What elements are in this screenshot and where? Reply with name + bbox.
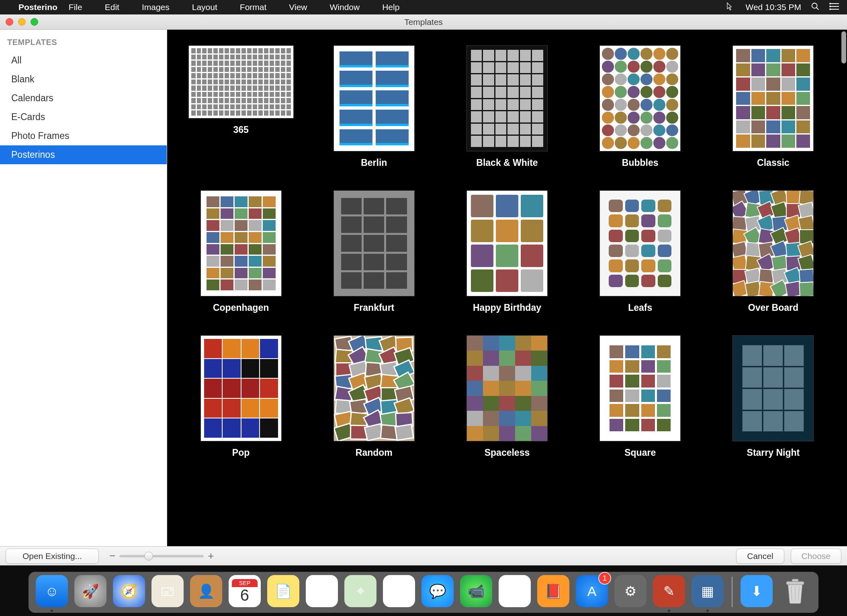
template-365[interactable]: 365 xyxy=(182,46,300,168)
template-thumbnail[interactable] xyxy=(189,46,293,118)
dock-itunes-icon[interactable]: ♪ xyxy=(499,575,531,607)
template-thumbnail[interactable] xyxy=(201,191,281,296)
dock-xscope-icon[interactable]: ✎ xyxy=(653,575,685,607)
template-grid-area: 365BerlinBlack & WhiteBubblesClassicCope… xyxy=(167,30,847,546)
template-thumbnail[interactable] xyxy=(600,191,680,296)
sidebar-item-blank[interactable]: Blank xyxy=(0,70,167,89)
menu-view[interactable]: View xyxy=(289,2,307,12)
window-zoom-button[interactable] xyxy=(31,18,38,26)
running-indicator xyxy=(706,610,709,612)
template-thumbnail[interactable] xyxy=(733,336,813,441)
menu-file[interactable]: File xyxy=(69,2,82,12)
zoom-slider[interactable] xyxy=(119,555,204,557)
menubar-clock[interactable]: Wed 10:35 PM xyxy=(745,2,801,12)
svg-line-1 xyxy=(816,7,819,10)
footer: Open Existing... − + Cancel Choose xyxy=(0,546,847,565)
running-indicator xyxy=(668,610,670,612)
app-menu[interactable]: Posterino xyxy=(18,2,57,12)
choose-button[interactable]: Choose xyxy=(791,549,841,564)
dock-mail-icon[interactable]: 🖃 xyxy=(151,575,184,607)
cancel-button[interactable]: Cancel xyxy=(736,549,784,564)
spotlight-search-icon[interactable] xyxy=(811,2,820,13)
dock-badge: 1 xyxy=(599,573,610,584)
dock-safari-icon[interactable]: 🧭 xyxy=(113,575,145,607)
sidebar-item-photo-frames[interactable]: Photo Frames xyxy=(0,126,167,145)
template-thumbnail[interactable] xyxy=(334,191,414,296)
open-existing-button[interactable]: Open Existing... xyxy=(6,549,99,564)
cursor-status-icon[interactable] xyxy=(726,2,736,13)
svg-rect-8 xyxy=(786,581,804,585)
dock-downloads-icon[interactable]: ⬇ xyxy=(741,575,773,607)
template-square[interactable]: Square xyxy=(581,336,700,458)
window-title: Templates xyxy=(0,17,847,27)
template-copenhagen[interactable]: Copenhagen xyxy=(182,191,300,313)
template-bubbles[interactable]: Bubbles xyxy=(581,46,700,168)
window-minimize-button[interactable] xyxy=(18,18,26,26)
template-caption: Square xyxy=(624,447,656,458)
template-spaceless[interactable]: Spaceless xyxy=(448,336,566,458)
template-leafs[interactable]: Leafs xyxy=(581,191,700,313)
template-caption: 365 xyxy=(233,124,248,135)
dock-ibooks-icon[interactable]: 📕 xyxy=(537,575,569,607)
dock-contacts-icon[interactable]: 👤 xyxy=(190,575,222,607)
template-caption: Starry Night xyxy=(747,447,800,458)
template-thumbnail[interactable] xyxy=(467,191,547,296)
dock-notes-icon[interactable]: 📄 xyxy=(267,575,299,607)
scrollbar-thumb[interactable] xyxy=(841,31,846,63)
template-thumbnail[interactable] xyxy=(467,46,547,151)
dock-photos-icon[interactable]: ✿ xyxy=(383,575,415,607)
dock-appstore-icon[interactable]: A1 xyxy=(576,575,608,607)
template-thumbnail[interactable] xyxy=(467,336,547,441)
template-over-board[interactable]: Over Board xyxy=(714,191,833,313)
template-pop[interactable]: Pop xyxy=(182,336,300,458)
template-thumbnail[interactable] xyxy=(733,191,813,296)
template-thumbnail[interactable] xyxy=(334,46,414,151)
template-caption: Spaceless xyxy=(485,447,530,458)
template-caption: Pop xyxy=(232,447,250,458)
template-thumbnail[interactable] xyxy=(334,336,414,441)
dock-finder-icon[interactable]: ☺ xyxy=(36,575,68,607)
dock-preferences-icon[interactable]: ⚙ xyxy=(614,575,647,607)
dock-facetime-icon[interactable]: 📹 xyxy=(460,575,492,607)
sidebar-item-e-cards[interactable]: E-Cards xyxy=(0,108,167,126)
zoom-in-button[interactable]: + xyxy=(208,550,214,562)
dock-maps-icon[interactable]: ⌖ xyxy=(344,575,376,607)
template-thumbnail[interactable] xyxy=(733,46,813,151)
template-thumbnail[interactable] xyxy=(600,336,680,441)
menu-format[interactable]: Format xyxy=(240,2,267,12)
titlebar[interactable]: Templates xyxy=(0,14,847,30)
sidebar-item-all[interactable]: All xyxy=(0,51,167,70)
menubar: Posterino FileEditImagesLayoutFormatView… xyxy=(0,0,847,14)
template-frankfurt[interactable]: Frankfurt xyxy=(315,191,433,313)
template-random[interactable]: Random xyxy=(315,336,433,458)
template-thumbnail[interactable] xyxy=(201,336,281,441)
template-starry-night[interactable]: Starry Night xyxy=(714,336,833,458)
template-happy-birthday[interactable]: Happy Birthday xyxy=(448,191,566,313)
template-caption: Classic xyxy=(757,157,790,168)
sidebar-item-posterinos[interactable]: Posterinos xyxy=(0,145,167,164)
zoom-slider-thumb[interactable] xyxy=(144,552,153,561)
dock-launchpad-icon[interactable]: 🚀 xyxy=(74,575,106,607)
dock-messages-icon[interactable]: 💬 xyxy=(421,575,454,607)
menu-help[interactable]: Help xyxy=(382,2,399,12)
template-black-white[interactable]: Black & White xyxy=(448,46,566,168)
template-berlin[interactable]: Berlin xyxy=(315,46,433,168)
window-close-button[interactable] xyxy=(6,18,13,26)
dock-trash-icon[interactable] xyxy=(779,575,811,607)
menu-layout[interactable]: Layout xyxy=(192,2,217,12)
zoom-out-button[interactable]: − xyxy=(109,550,115,562)
sidebar-item-calendars[interactable]: Calendars xyxy=(0,89,167,108)
template-thumbnail[interactable] xyxy=(600,46,680,151)
template-classic[interactable]: Classic xyxy=(714,46,833,168)
menu-window[interactable]: Window xyxy=(329,2,360,12)
menu-images[interactable]: Images xyxy=(142,2,170,12)
dock-reminders-icon[interactable]: ☑ xyxy=(306,575,338,607)
dock-posterino-icon[interactable]: ▦ xyxy=(692,575,724,607)
menu-edit[interactable]: Edit xyxy=(105,2,119,12)
template-caption: Happy Birthday xyxy=(473,302,541,313)
template-caption: Random xyxy=(356,447,393,458)
dock-calendar-icon[interactable]: SEP6 xyxy=(229,575,261,607)
notification-center-icon[interactable] xyxy=(829,2,840,12)
template-caption: Over Board xyxy=(748,302,798,313)
template-caption: Berlin xyxy=(361,157,387,168)
